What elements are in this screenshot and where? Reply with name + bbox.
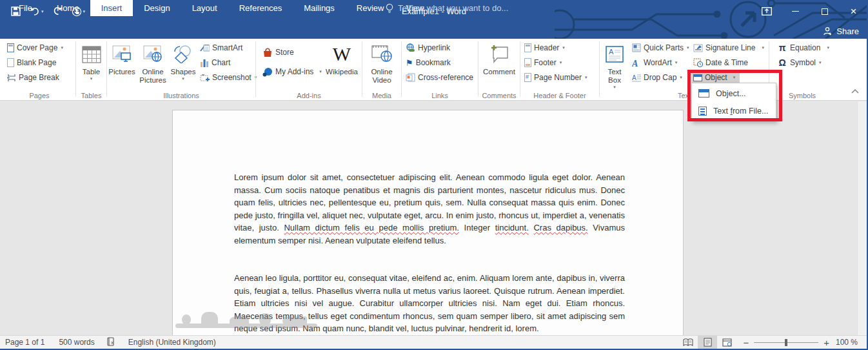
- group-label-tables: Tables: [77, 92, 106, 99]
- text-box-icon: A: [606, 43, 624, 66]
- shapes-button[interactable]: Shapes ▾: [170, 40, 197, 98]
- zoom-out-button[interactable]: −: [743, 337, 749, 348]
- group-tables: Table ▾ Tables: [77, 39, 106, 101]
- group-pages: Cover Page▾ Blank Page Page Break Pages: [4, 39, 75, 101]
- maximize-button[interactable]: [810, 0, 839, 23]
- quick-parts-icon: [632, 43, 641, 52]
- table-icon: [82, 43, 101, 66]
- status-bar: Page 1 of 1 500 words x English (United …: [0, 335, 868, 349]
- my-add-ins-button[interactable]: My Add-ins ▾: [261, 65, 324, 79]
- collapse-ribbon-button[interactable]: [851, 85, 859, 96]
- cover-page-button[interactable]: Cover Page▾: [5, 41, 65, 55]
- misspelled-text: Cras dapibus.: [533, 223, 587, 232]
- watermark: [175, 312, 317, 331]
- proofing-status-icon[interactable]: x: [102, 337, 121, 348]
- symbol-button[interactable]: Ω Symbol▾: [775, 56, 824, 70]
- chart-icon: [200, 59, 209, 67]
- zoom-controls: − +: [743, 337, 829, 348]
- menu-item-text-from-file[interactable]: Text from File...: [692, 102, 776, 119]
- signature-line-button[interactable]: Signature Line▾: [691, 41, 766, 55]
- pictures-button[interactable]: Pictures: [108, 40, 136, 98]
- store-button[interactable]: Store: [261, 45, 296, 59]
- tab-insert[interactable]: Insert: [90, 0, 133, 16]
- equation-button[interactable]: π Equation▾: [775, 41, 831, 55]
- header-button[interactable]: Header▾: [522, 41, 567, 55]
- table-button[interactable]: Table ▾: [77, 40, 106, 98]
- window-controls: ×: [752, 0, 868, 23]
- screenshot-button[interactable]: Screenshot▾: [198, 70, 259, 85]
- zoom-slider[interactable]: [754, 342, 818, 343]
- signature-line-icon: [693, 44, 703, 52]
- text-box-button[interactable]: A Text Box ▾: [602, 40, 627, 98]
- print-layout-button[interactable]: [698, 336, 717, 349]
- zoom-in-button[interactable]: +: [824, 337, 829, 348]
- group-header-footer: Header▾ Footer▾ Page Number▾ Header & Fo…: [521, 39, 598, 101]
- paragraph-1: Lorem ipsum dolor sit amet, consectetuer…: [234, 171, 625, 247]
- language-indicator[interactable]: English (United Kingdom): [121, 338, 223, 347]
- online-pictures-button[interactable]: Online Pictures: [136, 40, 170, 98]
- smartart-icon: [200, 43, 210, 52]
- word-count[interactable]: 500 words: [52, 338, 101, 347]
- group-symbols: π Equation▾ Ω Symbol▾ Symbols: [770, 39, 834, 101]
- chart-button[interactable]: Chart: [198, 56, 232, 70]
- share-button[interactable]: Share: [823, 24, 859, 38]
- ribbon-tab-row: [0, 23, 868, 39]
- group-label-pages: Pages: [4, 92, 75, 99]
- cross-reference-icon: [406, 73, 415, 82]
- share-label: Share: [836, 26, 859, 36]
- page-break-button[interactable]: Page Break: [5, 70, 61, 85]
- equation-icon: π: [777, 43, 787, 53]
- comment-button[interactable]: Comment: [479, 40, 519, 98]
- smartart-button[interactable]: SmartArt: [198, 41, 244, 55]
- ribbon-display-options-button[interactable]: [752, 0, 781, 23]
- tell-me-box[interactable]: Tell me what you want to do...: [386, 0, 508, 16]
- object-menu-icon: [698, 89, 709, 98]
- tab-layout[interactable]: Layout: [181, 0, 228, 16]
- blank-page-button[interactable]: Blank Page: [5, 56, 58, 70]
- shapes-icon: [173, 43, 193, 66]
- close-button[interactable]: ×: [839, 0, 868, 23]
- zoom-level[interactable]: 100 %: [836, 338, 868, 347]
- group-label-illustrations: Illustrations: [108, 92, 255, 99]
- group-label-header-footer: Header & Footer: [521, 92, 598, 99]
- read-mode-button[interactable]: [678, 336, 698, 349]
- footer-button[interactable]: Footer▾: [522, 56, 564, 70]
- document-page[interactable]: Lorem ipsum dolor sit amet, consectetuer…: [172, 110, 684, 335]
- wordart-button[interactable]: A WordArt▾: [630, 56, 679, 70]
- text-from-file-icon: [698, 107, 707, 116]
- date-time-button[interactable]: Date & Time: [691, 56, 750, 70]
- drop-cap-button[interactable]: A Drop Cap▾: [630, 70, 684, 85]
- quick-parts-button[interactable]: Quick Parts▾: [630, 41, 691, 55]
- date-time-icon: [693, 58, 703, 67]
- tab-design[interactable]: Design: [133, 0, 181, 16]
- online-video-button[interactable]: Online Video: [363, 40, 400, 98]
- statusbar-right: − + 100 %: [678, 336, 868, 349]
- hyperlink-button[interactable]: Hyperlink: [404, 41, 452, 55]
- tab-references[interactable]: References: [228, 0, 293, 16]
- page-number-icon: [524, 73, 531, 82]
- menu-item-object[interactable]: Object...: [692, 85, 776, 102]
- tab-home[interactable]: Home: [46, 0, 90, 16]
- bookmark-button[interactable]: ⚑ Bookmark: [404, 56, 453, 70]
- tab-mailings[interactable]: Mailings: [293, 0, 346, 16]
- lightbulb-icon: [386, 3, 393, 14]
- zoom-slider-thumb[interactable]: [785, 339, 787, 346]
- page-number-button[interactable]: Page Number▾: [522, 70, 589, 85]
- tab-file[interactable]: File: [8, 0, 43, 16]
- wikipedia-icon: W: [333, 45, 351, 64]
- cross-reference-button[interactable]: Cross-reference: [404, 70, 475, 85]
- web-layout-button[interactable]: [717, 336, 736, 349]
- my-add-ins-icon: [262, 67, 273, 77]
- minimize-button[interactable]: [781, 0, 810, 23]
- document-text[interactable]: Lorem ipsum dolor sit amet, consectetuer…: [234, 171, 625, 335]
- footer-icon: [524, 58, 531, 67]
- object-dropdown-menu: Object... Text from File...: [691, 83, 776, 121]
- pictures-icon: [112, 43, 132, 66]
- misspelled-text: tincidunt.: [495, 223, 529, 232]
- svg-text:x: x: [111, 340, 113, 345]
- vertical-scrollbar[interactable]: [857, 101, 867, 335]
- wikipedia-button[interactable]: W Wikipedia: [324, 40, 360, 98]
- group-label-links: Links: [402, 92, 477, 99]
- page-indicator[interactable]: Page 1 of 1: [0, 338, 52, 347]
- group-illustrations: Pictures Online Pictures Shapes ▾ SmartA…: [108, 39, 255, 101]
